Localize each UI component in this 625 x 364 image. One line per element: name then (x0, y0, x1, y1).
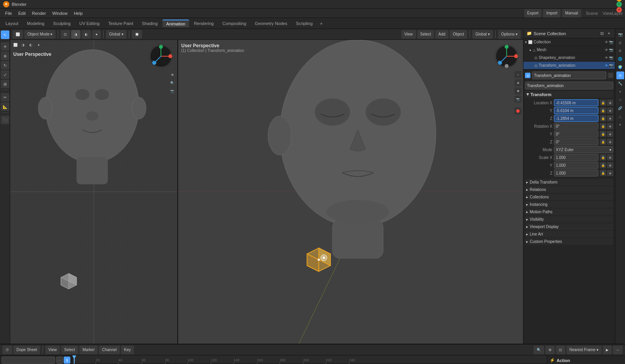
add-menu[interactable]: Add (435, 30, 448, 39)
tp-loc-x-lock[interactable]: 🔒 (600, 100, 606, 106)
editor-type-btn[interactable]: ⬜ (12, 30, 23, 39)
tab-geometry-nodes[interactable]: Geometry Nodes (251, 20, 291, 27)
options-btn[interactable]: Options ▾ (498, 30, 521, 39)
dope-sync-icon[interactable]: ↔ (613, 346, 623, 354)
collections-toggle[interactable]: ▸ Collections (525, 194, 613, 200)
dope-key-menu[interactable]: Key (121, 346, 134, 354)
tree-mesh-render[interactable]: 📷 (609, 48, 613, 52)
tool-select[interactable]: ↖ (1, 30, 9, 39)
snap-btn[interactable]: 🔲 (132, 30, 142, 39)
tree-transform-render[interactable]: 📷 (609, 64, 613, 68)
object-props-extra[interactable]: ⋮ (608, 73, 613, 78)
tp-loc-x-key[interactable]: ◆ (607, 100, 613, 106)
instancing-toggle[interactable]: ▸ Instancing (525, 201, 613, 208)
scene-new-btn[interactable]: + (606, 31, 612, 36)
tp-rot-z-key[interactable]: ◆ (607, 139, 613, 145)
menu-edit[interactable]: Edit (16, 10, 29, 16)
menu-help[interactable]: Help (71, 10, 86, 16)
view-menu[interactable]: View (401, 30, 416, 39)
tab-compositing[interactable]: Compositing (218, 20, 250, 27)
tp-scale-y-key[interactable]: ◆ (607, 162, 613, 168)
tool-scale[interactable]: ⤢ (1, 70, 9, 79)
custom-props-toggle[interactable]: ▸ Custom Properties (525, 238, 613, 245)
tp-scale-z-lock[interactable]: 🔒 (600, 170, 606, 176)
relations-toggle[interactable]: ▸ Relations (525, 186, 613, 193)
vp-right-cam[interactable]: 📷 (514, 96, 521, 103)
motion-paths-toggle[interactable]: ▸ Motion Paths (525, 209, 613, 215)
tp-rot-x-lock[interactable]: 🔒 (600, 123, 606, 129)
tp-rot-x-val[interactable]: 0° (554, 123, 598, 130)
tool-transform[interactable]: ⊞ (1, 80, 9, 88)
tab-scripting[interactable]: Scripting (292, 20, 316, 27)
tp-rot-z-lock[interactable]: 🔒 (600, 139, 606, 145)
tp-loc-x-val[interactable]: -0.41506 m (554, 99, 598, 106)
tp-scale-x-lock[interactable]: 🔒 (600, 154, 606, 161)
minimize-btn[interactable]: − (616, 0, 622, 2)
manual-btn[interactable]: Manual (562, 9, 581, 18)
dope-filter-icon[interactable]: 🔍 (534, 346, 544, 354)
tp-loc-z-key[interactable]: ◆ (607, 115, 613, 121)
tab-sculpting[interactable]: Sculpting (49, 20, 75, 27)
object-menu[interactable]: Object (450, 30, 467, 39)
props-output-icon[interactable]: 🖨 (616, 39, 624, 46)
scale-z-lock[interactable]: 🔒 (516, 132, 521, 137)
dope-view-menu[interactable]: View (45, 346, 60, 354)
props-data-icon[interactable]: △ (616, 112, 624, 120)
tab-rendering[interactable]: Rendering (190, 20, 218, 27)
vp-zoom-btn[interactable]: 🔍 (169, 79, 176, 86)
menu-file[interactable]: File (2, 10, 15, 16)
global-transform-btn[interactable]: Global ▾ (106, 30, 127, 39)
tab-texture-paint[interactable]: Texture Paint (104, 20, 137, 27)
tab-uv-editing[interactable]: UV Editing (75, 20, 104, 27)
tp-rot-mode-dropdown[interactable]: XYZ Euler ▾ (554, 146, 613, 153)
tab-shading[interactable]: Shading (138, 20, 161, 27)
menu-window[interactable]: Window (50, 10, 70, 16)
vp-left-icon2[interactable]: ◑ (20, 41, 27, 48)
dope-playback-icon[interactable]: ▶ (603, 346, 612, 354)
tp-loc-z-lock[interactable]: 🔒 (600, 115, 606, 121)
tp-loc-y-key[interactable]: ◆ (607, 107, 613, 114)
tp-rot-x-key[interactable]: ◆ (607, 123, 613, 129)
tp-rot-y-lock[interactable]: 🔒 (600, 131, 606, 137)
tp-scale-x-val[interactable]: 1.000 (554, 154, 598, 161)
tp-scale-y-val[interactable]: 1.000 (554, 162, 598, 169)
vp-orbit-btn[interactable]: ⊕ (169, 71, 176, 78)
tp-scale-x-key[interactable]: ◆ (607, 154, 613, 161)
action-name-field[interactable]: Transform_animation (525, 82, 613, 89)
scale-y-lock[interactable]: 🔒 (516, 124, 521, 130)
tool-move[interactable]: ⊕ (1, 52, 9, 60)
visibility-toggle[interactable]: ▸ Visibility (525, 216, 613, 223)
tree-transform-anim[interactable]: ◎ Transform_animation 👁 📷 (523, 62, 615, 70)
menu-render[interactable]: Render (29, 10, 49, 16)
tool-rotate[interactable]: ↻ (1, 61, 9, 70)
object-mode-btn[interactable]: Object Mode ▾ (24, 30, 55, 39)
import-btn[interactable]: Import (543, 9, 560, 18)
tree-shapekey-vis[interactable]: 👁 (605, 56, 608, 60)
tree-collection-render[interactable]: 📷 (609, 40, 613, 44)
tool-add[interactable]: ⬛ (1, 116, 9, 124)
dope-editor-type[interactable]: ⏱ (2, 346, 12, 354)
props-constraint-icon[interactable]: 🔗 (616, 104, 624, 112)
dope-select-menu[interactable]: Select (61, 346, 78, 354)
vp-left-icon3[interactable]: ◐ (27, 41, 34, 48)
delta-transform-toggle[interactable]: ▸ Delta Transform (525, 179, 613, 186)
props-view-icon[interactable]: 🖥 (616, 47, 624, 55)
tree-mesh-vis[interactable]: 👁 (605, 48, 608, 52)
tp-loc-z-val[interactable]: -1.2854 m (554, 115, 598, 122)
tool-cursor[interactable]: ✛ (1, 42, 9, 51)
tool-measure[interactable]: 📐 (1, 102, 9, 111)
vp-right-pan[interactable]: ✥ (514, 87, 521, 95)
vp-left-icon4[interactable]: ● (35, 41, 42, 48)
viewport-shading-material[interactable]: ◐ (82, 30, 91, 39)
playhead[interactable] (74, 355, 75, 364)
props-world-icon[interactable]: 🌍 (616, 63, 624, 71)
viewport-right[interactable]: User Perspective (1) Collection | Transf… (178, 40, 523, 344)
props-object-icon[interactable]: ◎ (616, 71, 624, 79)
tree-collection-vis[interactable]: 👁 (605, 40, 608, 44)
tp-scale-z-val[interactable]: 1.000 (554, 170, 598, 177)
props-modifier-icon[interactable]: 🔧 (616, 80, 624, 87)
nav-gizmo-left[interactable]: X Y Z (149, 45, 173, 68)
tool-annotate[interactable]: ✏ (1, 93, 9, 102)
props-material-icon[interactable]: ● (616, 121, 624, 128)
tab-animation[interactable]: Animation (162, 20, 189, 27)
